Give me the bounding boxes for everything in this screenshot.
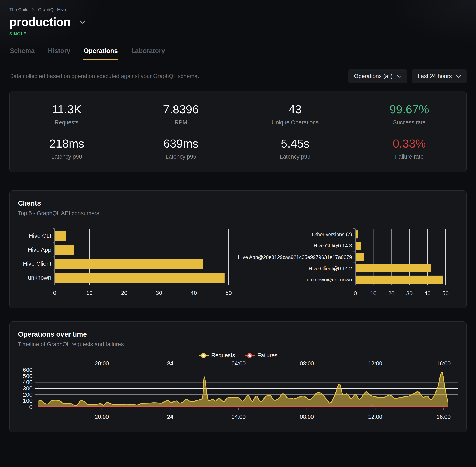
x-tick-label-top: 12:00 [368,361,382,367]
tabs: SchemaHistoryOperationsLaboratory [9,47,467,60]
page-title: production [9,16,71,28]
timeline-chart-container: 010020030040050060020:0020:00242404:0004… [18,361,458,426]
y-tick-label: 0 [29,404,33,410]
chevron-right-icon [32,7,35,12]
stat-label: Requests [10,119,124,126]
bar[interactable] [356,264,431,272]
chevron-down-icon [456,73,461,79]
stat-label: Latency p95 [124,154,238,160]
x-tick-label-bottom: 04:00 [232,414,246,420]
stat-failure-rate: 0.33%Failure rate [352,137,466,160]
tab-laboratory[interactable]: Laboratory [131,47,165,60]
y-tick-label: 100 [23,398,33,404]
breadcrumb-org[interactable]: The Guild [9,7,28,12]
category-label: Hive App@20e3129caa921c35e9979631e17a067… [238,254,352,260]
category-label: Hive Client@0.14.2 [309,266,352,271]
period-filter-label: Last 24 hours [418,73,452,79]
tab-schema[interactable]: Schema [9,47,35,60]
stat-requests: 11.3KRequests [10,103,124,126]
stat-latency-p90: 218msLatency p90 [10,137,124,160]
x-tick-label-top: 08:00 [300,361,314,367]
stat-label: Failure rate [352,154,466,160]
legend-marker-icon [198,353,209,359]
stat-label: Success rate [352,119,466,126]
timeline-card-subtitle: Timeline of GraphQL requests and failure… [18,341,458,348]
y-tick-label: 200 [23,391,33,398]
x-tick-label-bottom: 24 [167,414,173,420]
x-tick-label-top: 20:00 [95,361,109,367]
clients-card-title: Clients [18,199,458,207]
x-tick-label: 30 [156,290,162,296]
category-label: unknown [28,274,51,281]
category-label: Hive Client [23,260,51,267]
x-tick-label: 0 [53,290,56,296]
bar[interactable] [55,259,203,269]
stat-rpm: 7.8396RPM [124,103,238,126]
timeline-card-title: Operations over time [18,330,458,338]
bar[interactable] [55,231,66,241]
stat-value: 11.3K [10,103,124,116]
legend-label: Failures [257,352,278,359]
bar[interactable] [356,230,358,238]
operations-timeline-chart[interactable]: 010020030040050060020:0020:00242404:0004… [18,361,458,426]
stat-value: 639ms [124,137,238,150]
x-tick-label: 0 [354,290,357,297]
breadcrumb: The Guild GraphQL Hive [9,7,467,12]
clients-card: Clients Top 5 - GraphQL API consumers 01… [9,190,467,308]
y-tick-label: 500 [23,373,33,379]
bar[interactable] [55,273,225,283]
stat-label: Latency p99 [238,154,352,160]
stat-value: 99.67% [352,103,466,116]
x-tick-label: 20 [121,290,127,296]
stat-latency-p95: 639msLatency p95 [124,137,238,160]
x-tick-label: 20 [388,290,395,297]
stat-success-rate: 99.67%Success rate [352,103,466,126]
y-tick-label: 400 [23,379,33,386]
bar[interactable] [356,242,361,250]
legend-item-failures[interactable]: Failures [245,352,278,359]
x-tick-label: 10 [86,290,93,296]
category-label: Other versions (7) [312,232,352,237]
clients-card-subtitle: Top 5 - GraphQL API consumers [18,210,458,217]
x-tick-label: 40 [424,290,431,297]
x-tick-label-bottom: 20:00 [95,414,109,420]
stat-label: Unique Operations [238,119,352,126]
stat-unique-operations: 43Unique Operations [238,103,352,126]
stats-summary-card: 11.3KRequests7.8396RPM43Unique Operation… [9,91,467,172]
stat-latency-p99: 5.45sLatency p99 [238,137,352,160]
x-tick-label-top: 04:00 [232,361,246,367]
legend-marker-icon [245,353,255,359]
x-tick-label-top: 24 [167,361,173,367]
category-label: Hive CLI [29,233,51,239]
requests-area [38,372,448,407]
tab-operations[interactable]: Operations [83,47,118,60]
tab-history[interactable]: History [48,47,71,60]
timeline-legend: RequestsFailures [18,352,458,359]
operations-filter-dropdown[interactable]: Operations (all) [348,69,408,83]
x-tick-label: 50 [225,290,232,296]
x-tick-label-top: 16:00 [436,361,451,367]
bar[interactable] [356,253,364,261]
x-tick-label-bottom: 12:00 [368,414,382,420]
bar[interactable] [356,276,443,284]
clients-by-version-chart[interactable]: 01020304050Other versions (7)Hive CLI@0.… [238,227,458,300]
legend-item-requests[interactable]: Requests [198,352,235,359]
data-description: Data collected based on operation execut… [9,73,199,79]
target-selector-chevron-down-icon[interactable] [78,19,87,25]
x-tick-label: 40 [191,290,197,296]
breadcrumb-project[interactable]: GraphQL Hive [38,7,66,12]
chevron-down-icon [397,73,402,79]
clients-by-name-chart[interactable]: 01020304050Hive CLIHive AppHive Clientun… [18,227,238,300]
bar[interactable] [55,245,74,255]
operations-over-time-card: Operations over time Timeline of GraphQL… [9,321,467,432]
stat-value: 218ms [10,137,124,150]
target-mode-badge: SINGLE [9,31,467,36]
stat-label: RPM [124,119,238,126]
operations-dashboard: The Guild GraphQL Hive production SINGLE… [9,7,467,432]
period-filter-dropdown[interactable]: Last 24 hours [412,69,467,83]
x-tick-label: 50 [442,290,449,297]
stat-value: 5.45s [238,137,352,150]
category-label: Hive App [28,246,51,253]
stat-value: 0.33% [352,137,466,150]
clients-by-version-chart-container: 01020304050Other versions (7)Hive CLI@0.… [238,227,458,300]
